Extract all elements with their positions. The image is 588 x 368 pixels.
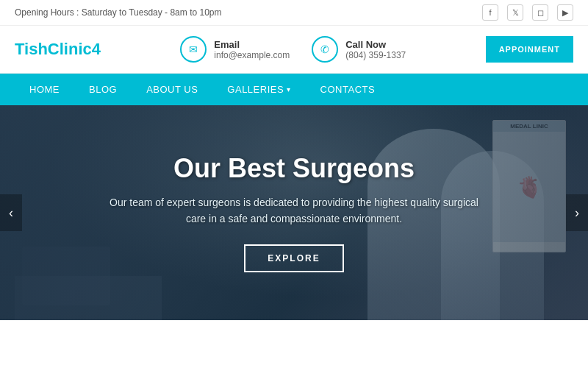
- explore-button[interactable]: EXPLORE: [244, 244, 343, 272]
- opening-hours: Opening Hours : Saturday to Tuesday - 8a…: [15, 7, 221, 18]
- hero-title: Our Best Surgeons: [173, 153, 415, 184]
- email-label: Email: [214, 39, 290, 50]
- nav-blog[interactable]: BLOG: [74, 74, 132, 105]
- email-contact: ✉ Email info@example.com: [180, 36, 290, 63]
- site-header: TishClinic4 ✉ Email info@example.com ✆ C…: [0, 26, 588, 74]
- facebook-icon[interactable]: f: [482, 4, 498, 21]
- carousel-next[interactable]: ›: [566, 194, 588, 231]
- instagram-icon[interactable]: ◻: [532, 4, 548, 21]
- email-value: info@example.com: [214, 50, 290, 60]
- hero-subtitle: Our team of expert surgeons is dedicated…: [103, 194, 485, 227]
- email-icon: ✉: [180, 36, 207, 63]
- galleries-dropdown-arrow: ▾: [287, 85, 291, 93]
- hero-content: Our Best Surgeons Our team of expert sur…: [0, 105, 588, 320]
- phone-contact: ✆ Call Now (804) 359-1337: [312, 36, 406, 63]
- nav-contacts[interactable]: CONTACTS: [306, 74, 390, 105]
- call-label: Call Now: [345, 39, 406, 50]
- top-bar: Opening Hours : Saturday to Tuesday - 8a…: [0, 0, 588, 26]
- phone-icon: ✆: [312, 36, 338, 63]
- appointment-button[interactable]: APPOINMENT: [486, 36, 573, 63]
- nav-galleries[interactable]: GALLERIES ▾: [212, 74, 305, 105]
- nav-about[interactable]: ABOUT US: [132, 74, 212, 105]
- social-links: f 𝕏 ◻ ▶: [482, 4, 573, 21]
- site-logo[interactable]: TishClinic4: [15, 40, 101, 59]
- twitter-icon[interactable]: 𝕏: [507, 4, 523, 21]
- youtube-icon[interactable]: ▶: [557, 4, 573, 21]
- hero-section: MEDAL LINIC 🫀 ‹ › Our Best Surgeons Our …: [0, 105, 588, 320]
- main-nav: HOME BLOG ABOUT US GALLERIES ▾ CONTACTS: [0, 74, 588, 105]
- carousel-prev[interactable]: ‹: [0, 194, 22, 231]
- call-value: (804) 359-1337: [345, 50, 406, 60]
- nav-home[interactable]: HOME: [15, 74, 74, 105]
- contact-info: ✉ Email info@example.com ✆ Call Now (804…: [180, 36, 406, 63]
